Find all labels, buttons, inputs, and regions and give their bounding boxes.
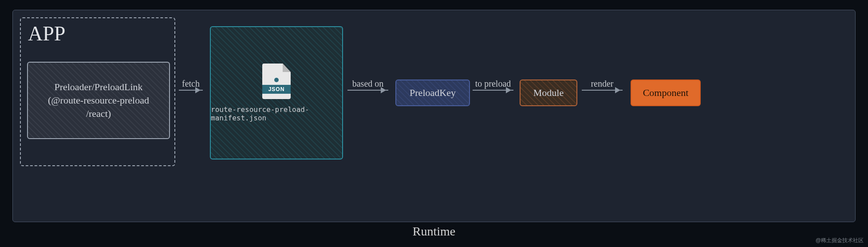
arrow-line bbox=[582, 90, 623, 91]
preloader-box: Preloader/PreloadLink (@route-resource-p… bbox=[27, 62, 170, 139]
runtime-panel: APP Preloader/PreloadLink (@route-resour… bbox=[12, 10, 856, 222]
arrow-label: based on bbox=[352, 79, 384, 89]
arrow-fetch: fetch bbox=[179, 79, 203, 91]
preloader-line: Preloader/PreloadLink bbox=[32, 80, 166, 94]
json-icon-label: JSON bbox=[262, 85, 291, 94]
arrow-label: render bbox=[591, 79, 613, 89]
json-file-icon: JSON bbox=[262, 64, 291, 99]
preloader-line: /react) bbox=[32, 107, 166, 120]
component-label: Component bbox=[643, 87, 689, 99]
module-label: Module bbox=[533, 87, 564, 99]
arrow-line bbox=[179, 90, 203, 91]
panel-title: Runtime bbox=[13, 224, 855, 239]
module-box: Module bbox=[520, 80, 577, 106]
watermark: @稀土掘金技术社区 bbox=[816, 237, 864, 244]
manifest-filename: route-resource-preload-manifest.json bbox=[211, 105, 342, 122]
app-group: APP Preloader/PreloadLink (@route-resour… bbox=[20, 17, 175, 166]
arrow-based-on: based on bbox=[347, 79, 388, 91]
manifest-box: JSON route-resource-preload-manifest.jso… bbox=[210, 26, 343, 159]
preloadkey-box: PreloadKey bbox=[395, 80, 470, 106]
arrow-to-preload: to preload bbox=[473, 79, 513, 91]
arrow-line bbox=[347, 90, 388, 91]
component-box: Component bbox=[631, 80, 701, 106]
arrow-line bbox=[473, 90, 513, 91]
preloadkey-label: PreloadKey bbox=[410, 87, 456, 99]
app-title: APP bbox=[28, 22, 167, 45]
preloader-line: (@route-resource-preload bbox=[32, 94, 166, 107]
arrow-render: render bbox=[582, 79, 623, 91]
